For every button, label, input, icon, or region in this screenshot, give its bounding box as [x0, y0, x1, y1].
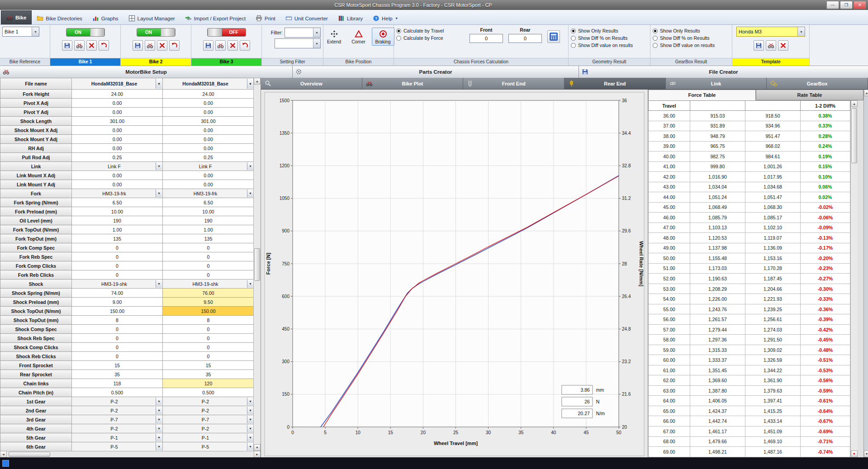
braking-button[interactable]: Braking	[372, 28, 394, 46]
radio-show-diff-value-on-results[interactable]: Show Diff value on results	[653, 43, 715, 48]
setup-value-bike2[interactable]: HM3-19-shk	[163, 280, 254, 289]
scroll-up-icon[interactable]: ▲	[864, 90, 868, 96]
setup-value-bike2[interactable]: Link F	[163, 162, 254, 171]
setup-value-bike2[interactable]: 301.00	[163, 117, 254, 126]
setup-value-bike2[interactable]: 15	[163, 361, 254, 370]
corner-button[interactable]: Corner	[347, 28, 370, 46]
scrollbar-thumb[interactable]	[9, 452, 50, 457]
setup-value-bike1[interactable]: 135	[72, 234, 163, 243]
setup-value-bike2[interactable]: 10.00	[163, 207, 254, 216]
save-button[interactable]	[62, 40, 72, 51]
setup-value-bike1[interactable]: HondaM32018_Base	[72, 78, 163, 90]
setup-value-bike2[interactable]: 0.00	[163, 144, 254, 153]
setup-value-bike1[interactable]: 1.00	[72, 225, 163, 234]
setup-value-bike1[interactable]: P-2	[72, 424, 163, 433]
setup-value-bike2[interactable]: 0	[163, 270, 254, 280]
setup-value-bike1[interactable]: 15	[72, 361, 163, 370]
save-button[interactable]	[203, 40, 213, 51]
scroll-down-icon[interactable]: ▼	[254, 444, 261, 451]
setup-value-bike1[interactable]: 118	[72, 379, 163, 388]
delete-button[interactable]	[228, 40, 238, 51]
delete-button[interactable]	[86, 40, 97, 51]
tab-gearbox[interactable]: GearBox	[767, 78, 868, 90]
tab-rate-table[interactable]: Rate Table	[756, 90, 863, 100]
setup-value-bike1[interactable]: P-2	[72, 406, 163, 415]
setup-value-bike2[interactable]: 0.00	[163, 135, 254, 144]
radio-show-only-results[interactable]: Show Only Results	[653, 28, 700, 33]
close-button[interactable]: ✕	[854, 1, 866, 9]
setup-value-bike2[interactable]: 24.00	[163, 90, 254, 99]
ribbon-tab-layout-manager[interactable]: Layout Manager	[123, 12, 180, 24]
setup-value-bike1[interactable]: 0	[72, 252, 163, 261]
ribbon-tab-import-export-project[interactable]: Import / Export Project	[180, 12, 251, 24]
setup-value-bike2[interactable]: 0	[163, 334, 254, 343]
setup-value-bike2[interactable]: 0.00	[163, 180, 254, 189]
ribbon-tab-bike-directories[interactable]: Bike Directories	[32, 12, 87, 24]
setup-value-bike1[interactable]: 74.00	[72, 289, 163, 298]
radio-show-only-results[interactable]: Show Only Results	[571, 28, 618, 33]
setup-value-bike2[interactable]: 0	[163, 243, 254, 252]
tab-overview[interactable]: Overview	[261, 78, 362, 90]
scroll-right-icon[interactable]: ►	[254, 451, 261, 458]
ribbon-tab-help[interactable]: ?Help▾	[368, 12, 403, 24]
tab-rear-end[interactable]: Rear End	[564, 78, 666, 90]
undo-button[interactable]	[99, 40, 109, 51]
radio-calculate-by-travel[interactable]: Calculate by Travel	[396, 28, 444, 33]
setup-value-bike2[interactable]: P-2	[163, 406, 254, 415]
setup-value-bike2[interactable]: 0	[163, 325, 254, 334]
setup-value-bike1[interactable]: HM3-19-frk	[72, 189, 163, 198]
calculate-button[interactable]	[547, 30, 560, 43]
setup-value-bike2[interactable]: HondaM32018_Base	[163, 78, 254, 90]
setup-value-bike2[interactable]: 1.00	[163, 225, 254, 234]
template-delete-button[interactable]	[778, 40, 788, 51]
force-table-scrollbar[interactable]: ▲ ▼	[850, 100, 858, 457]
setup-value-bike2[interactable]: 0.00	[163, 126, 254, 135]
scrollbar-thumb[interactable]	[851, 108, 857, 163]
setup-value-bike2[interactable]: 0	[163, 352, 254, 361]
rear-force-input[interactable]: 0	[508, 34, 542, 43]
tab-bike-plot[interactable]: Bike Plot	[362, 78, 464, 90]
template-edit-button[interactable]	[766, 40, 776, 51]
setup-value-bike1[interactable]: 0.00	[72, 144, 163, 153]
edit-bike-button[interactable]	[145, 40, 155, 51]
radio-calculate-by-force[interactable]: Calculate by Force	[396, 35, 443, 41]
save-button[interactable]	[133, 40, 143, 51]
setup-value-bike1[interactable]: 190	[72, 216, 163, 225]
setup-value-bike2[interactable]: 0	[163, 252, 254, 261]
setup-value-bike1[interactable]: 0	[72, 352, 163, 361]
setup-horizontal-scrollbar[interactable]: ◄ ►	[0, 451, 261, 457]
setup-value-bike1[interactable]: HM3-19-shk	[72, 280, 163, 289]
setup-value-bike1[interactable]: 6.50	[72, 198, 163, 207]
scroll-left-icon[interactable]: ◄	[0, 451, 7, 458]
extend-button[interactable]: Extend	[323, 28, 346, 46]
bike-reference-selector[interactable]: Bike 1 ▾	[2, 27, 39, 37]
undo-button[interactable]	[240, 40, 250, 51]
filter-dropdown[interactable]: ▾	[285, 28, 321, 38]
setup-value-bike2[interactable]: 190	[163, 216, 254, 225]
template-save-button[interactable]	[754, 40, 764, 51]
setup-value-bike2[interactable]: P-2	[163, 424, 254, 433]
setup-value-bike2[interactable]: 8	[163, 316, 254, 325]
setup-value-bike2[interactable]: P-2	[163, 397, 254, 406]
delete-button[interactable]	[157, 40, 167, 51]
setup-value-bike2[interactable]: 76.00	[163, 289, 254, 298]
minimize-button[interactable]: —	[826, 1, 839, 9]
setup-value-bike1[interactable]: P-5	[72, 442, 163, 451]
setup-value-bike1[interactable]: 10.00	[72, 207, 163, 216]
setup-value-bike1[interactable]: 0.00	[72, 135, 163, 144]
setup-value-bike2[interactable]: 9.50	[163, 298, 254, 307]
setup-value-bike2[interactable]: 0	[163, 261, 254, 270]
scroll-down-icon[interactable]: ▼	[851, 450, 858, 457]
setup-value-bike1[interactable]: 0	[72, 343, 163, 352]
ribbon-tab-bike[interactable]: Bike	[1, 10, 32, 24]
radio-show-diff-on-results[interactable]: Show Diff % on Results	[653, 35, 710, 41]
setup-value-bike2[interactable]: 0.25	[163, 153, 254, 162]
tab-link[interactable]: Link	[666, 78, 767, 90]
radio-show-diff-on-results[interactable]: Show Diff % on Results	[571, 35, 628, 41]
setup-value-bike2[interactable]: 0.500	[163, 388, 254, 397]
setup-value-bike1[interactable]: 0	[72, 261, 163, 270]
setup-value-bike2[interactable]: 0.00	[163, 108, 254, 117]
scroll-up-icon[interactable]: ▲	[851, 100, 858, 107]
setup-value-bike2[interactable]: 0.00	[163, 171, 254, 180]
setup-value-bike2[interactable]: 120	[163, 379, 254, 388]
